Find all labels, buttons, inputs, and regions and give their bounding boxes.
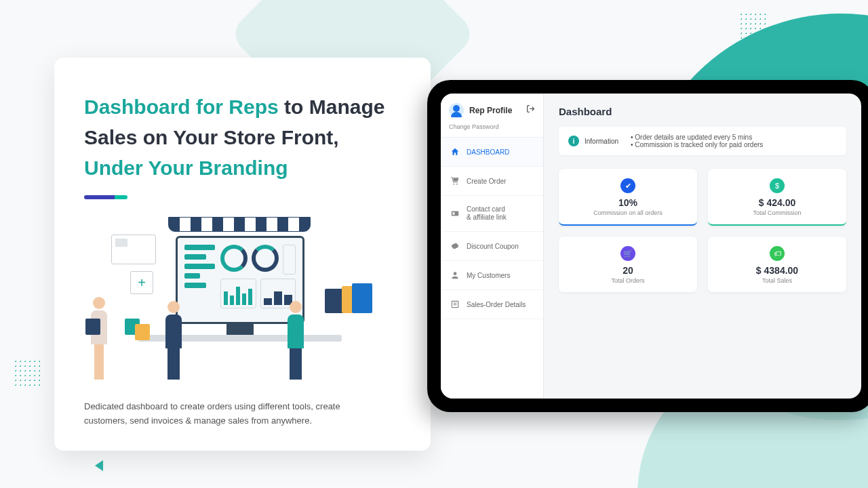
stat-total-orders: 🛒 20 Total Orders	[559, 237, 697, 292]
stats-grid: ✔ 10% Commission on all orders $ $ 424.0…	[559, 169, 846, 292]
nav-create-order[interactable]: Create Order	[441, 167, 543, 196]
hero-title-accent2: Under Your Branding	[84, 157, 288, 179]
nav-discount-coupon[interactable]: Discount Coupon	[441, 232, 543, 261]
hero-illustration: +	[84, 217, 401, 380]
svg-rect-2	[452, 211, 459, 216]
info-list: Order details are updated every 5 mins C…	[631, 134, 763, 148]
nav-label: Create Order	[467, 178, 506, 185]
user-icon	[450, 270, 460, 280]
info-bar: i Information Order details are updated …	[559, 127, 846, 155]
nav-label: Sales-Order Details	[467, 301, 526, 308]
logout-icon[interactable]	[526, 104, 535, 115]
nav-label: Discount Coupon	[467, 243, 519, 250]
hero-card: Dashboard for Reps to Manage Sales on Yo…	[54, 58, 431, 451]
info-label: Information	[585, 138, 618, 145]
nav-label: Contact card& affiliate link	[467, 205, 507, 222]
info-item: Commission is tracked only for paid orde…	[631, 141, 763, 148]
stat-value: 10%	[566, 197, 690, 208]
svg-point-0	[453, 184, 454, 185]
dots-decoration	[14, 359, 41, 386]
page-title: Dashboard	[559, 106, 846, 117]
hero-underline	[84, 195, 127, 199]
hero-description: Dedicated dashboard to create orders usi…	[84, 400, 355, 428]
svg-point-1	[456, 184, 458, 185]
info-item: Order details are updated every 5 mins	[631, 134, 763, 141]
nav-label: DASHBOARD	[467, 148, 509, 156]
sidebar-header: Rep Profile	[441, 94, 543, 123]
cart-icon	[450, 176, 460, 186]
svg-point-4	[454, 272, 457, 275]
nav-my-customers[interactable]: My Customers	[441, 261, 543, 290]
profile-label: Rep Profile	[469, 106, 512, 115]
stat-label: Total Orders	[566, 277, 690, 284]
hero-title: Dashboard for Reps to Manage Sales on Yo…	[84, 92, 401, 183]
dots-decoration	[739, 12, 766, 39]
dollar-icon: $	[770, 178, 785, 193]
stat-value: $ 424.00	[715, 197, 840, 208]
nav-contact-card[interactable]: Contact card& affiliate link	[441, 196, 543, 232]
stat-total-sales: 🏷 $ 4384.00 Total Sales	[708, 237, 846, 292]
nav-sales-order-details[interactable]: Sales-Order Details	[441, 290, 543, 319]
dashboard-main: Dashboard i Information Order details ar…	[544, 94, 861, 399]
nav-dashboard[interactable]: DASHBOARD	[441, 138, 543, 167]
stat-total-commission: $ $ 424.00 Total Commission	[708, 169, 846, 226]
cart-icon: 🛒	[620, 246, 635, 261]
coupon-icon	[450, 241, 460, 251]
stat-value: $ 4384.00	[715, 265, 840, 276]
card-icon	[450, 209, 460, 218]
home-icon	[450, 147, 460, 157]
arrow-left-icon	[95, 460, 103, 471]
svg-rect-3	[453, 212, 455, 215]
sidebar: Rep Profile Change Password DASHBOARD Cr…	[441, 94, 544, 399]
info-icon: i	[568, 136, 579, 146]
nav-label: My Customers	[467, 272, 510, 279]
avatar-icon	[449, 103, 464, 118]
stat-label: Commission on all orders	[566, 209, 690, 216]
stat-value: 20	[566, 265, 690, 276]
list-icon	[450, 300, 460, 309]
badge-icon: ✔	[620, 178, 635, 193]
hero-title-accent: Dashboard for Reps	[84, 96, 279, 118]
stat-label: Total Sales	[715, 277, 840, 284]
change-password-link[interactable]: Change Password	[441, 123, 543, 138]
stat-commission-rate: ✔ 10% Commission on all orders	[559, 169, 697, 226]
stat-label: Total Commission	[715, 209, 840, 216]
tablet-mockup: Rep Profile Change Password DASHBOARD Cr…	[427, 80, 868, 412]
tag-icon: 🏷	[770, 246, 785, 261]
